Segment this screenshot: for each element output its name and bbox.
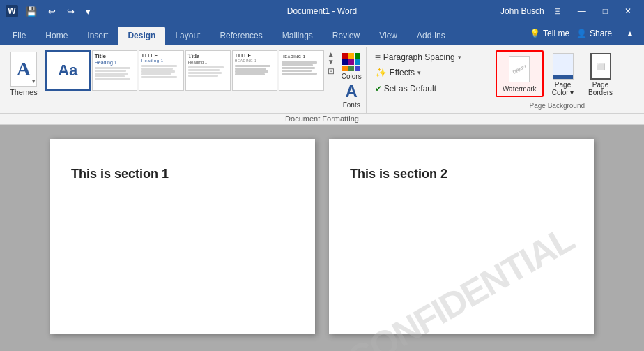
page-2[interactable]: This is section 2 CONFIDENTIAL — [329, 139, 594, 334]
format-thumb-default[interactable]: Aa — [45, 50, 91, 91]
tab-insert[interactable]: Insert — [77, 27, 118, 45]
tab-review[interactable]: Review — [323, 27, 369, 45]
share-button[interactable]: 👤 Share — [569, 26, 619, 41]
format-thumb-4[interactable]: TITLE HEADING 1 — [232, 50, 277, 91]
page-color-button[interactable]: PageColor ▾ — [545, 50, 581, 99]
colors-button[interactable]: Colors — [342, 53, 362, 80]
document-formatting-text: Document Formatting — [285, 114, 359, 123]
themes-section: A ▾ Themes — [3, 47, 45, 113]
document-formatting-section: Aa Title Heading 1 — [45, 47, 337, 113]
tab-design[interactable]: Design — [118, 27, 165, 45]
themes-button[interactable]: A ▾ Themes — [6, 49, 42, 99]
tab-layout[interactable]: Layout — [165, 27, 210, 45]
lightbulb-icon: 💡 — [530, 29, 540, 38]
tab-view[interactable]: View — [369, 27, 407, 45]
maximize-button[interactable]: □ — [596, 0, 615, 22]
watermark-text: DRAFT — [512, 64, 527, 74]
tab-mailings[interactable]: Mailings — [273, 27, 323, 45]
page-background-label: Page Background — [530, 100, 585, 112]
tab-references[interactable]: References — [210, 27, 272, 45]
thumb-heading-3: Heading 1 — [188, 60, 228, 64]
paragraph-spacing-button[interactable]: ≡ Paragraph Spacing ▾ — [372, 50, 464, 64]
thumb-title-5: HEADING 1 — [282, 54, 321, 59]
document-title: Document1 - Word — [287, 6, 357, 16]
thumb-title-4: TITLE — [235, 53, 275, 58]
word-icon: W — [6, 5, 18, 17]
watermark-paper: DRAFT — [509, 56, 530, 82]
section2-text: This is section 2 — [350, 167, 573, 181]
tab-file[interactable]: File — [3, 27, 36, 45]
page-background-section: DRAFT Watermark PageColor ▾ — [470, 47, 644, 113]
tab-home[interactable]: Home — [36, 27, 77, 45]
ribbon-display-button[interactable]: ⊟ — [547, 0, 568, 22]
page-1[interactable]: This is section 1 — [50, 139, 315, 334]
user-name: John Busch — [500, 6, 544, 16]
document-formatting-label: Document Formatting — [0, 113, 644, 124]
colors-label: Colors — [342, 73, 362, 80]
effects-arrow: ▾ — [417, 69, 421, 76]
format-thumb-5[interactable]: HEADING 1 — [279, 50, 324, 91]
paragraph-spacing-arrow: ▾ — [458, 54, 461, 61]
effects-button[interactable]: ✨ Effects ▾ — [372, 66, 464, 80]
page-background-content: DRAFT Watermark PageColor ▾ — [493, 49, 622, 100]
watermark-label: Watermark — [503, 85, 537, 93]
gallery-down-arrow[interactable]: ▼ — [328, 58, 335, 66]
check-icon: ✔ — [375, 84, 382, 94]
ribbon-content: A ▾ Themes Aa Title — [0, 45, 644, 113]
fonts-icon: A — [346, 83, 358, 100]
paragraph-spacing-icon: ≡ — [375, 52, 381, 63]
ribbon: File Home Insert Design Layout Reference… — [0, 22, 644, 125]
tell-me-label: Tell me — [543, 29, 569, 38]
watermark-overlay: CONFIDENTIAL — [340, 218, 580, 351]
tab-addins[interactable]: Add-ins — [407, 27, 455, 45]
page-borders-button[interactable]: ⬜ PageBorders — [583, 50, 619, 99]
set-as-default-label: Set as Default — [384, 84, 436, 94]
watermark-button[interactable]: DRAFT Watermark — [496, 50, 544, 97]
format-thumb-1[interactable]: Title Heading 1 — [92, 50, 137, 91]
thumb-heading-4: HEADING 1 — [235, 59, 275, 63]
title-bar-title: Document1 - Word — [287, 6, 357, 16]
default-aa: Aa — [58, 63, 77, 78]
format-thumb-2[interactable]: TITLE Heading 1 — [139, 50, 184, 91]
redo-button[interactable]: ↪ — [63, 5, 78, 18]
page-borders-inner: ⬜ — [597, 63, 605, 70]
fonts-button[interactable]: A Fonts — [343, 83, 360, 109]
tab-bar: File Home Insert Design Layout Reference… — [0, 22, 644, 45]
tell-me-area[interactable]: 💡 Tell me — [530, 29, 569, 38]
page-borders-icon: ⬜ — [590, 53, 611, 80]
gallery-scroll[interactable]: ▲ ▼ ⊡ — [325, 50, 337, 76]
page-color-bar — [553, 75, 573, 79]
thumb-heading-1: Heading 1 — [95, 60, 135, 65]
paragraph-spacing-label: Paragraph Spacing — [383, 52, 455, 62]
themes-label: Themes — [10, 88, 38, 96]
undo-button[interactable]: ↩ — [45, 5, 59, 18]
minimize-button[interactable]: — — [571, 0, 593, 22]
format-thumb-3[interactable]: Title Heading 1 — [185, 50, 231, 91]
gallery-more-arrow[interactable]: ⊡ — [328, 66, 335, 76]
colors-fonts-section: Colors A Fonts — [337, 47, 367, 113]
page-color-label: PageColor ▾ — [552, 81, 574, 96]
ribbon-arrow-button[interactable]: ▲ — [619, 22, 641, 45]
customize-quick-access-button[interactable]: ▾ — [82, 5, 94, 18]
effects-label: Effects — [390, 68, 415, 77]
format-gallery: Aa Title Heading 1 — [45, 49, 337, 92]
themes-icon: A ▾ — [10, 52, 37, 87]
title-bar: W 💾 ↩ ↪ ▾ Document1 - Word John Busch ⊟ … — [0, 0, 644, 22]
title-bar-right: John Busch ⊟ — □ ✕ — [500, 0, 638, 22]
title-bar-left: W 💾 ↩ ↪ ▾ — [6, 5, 94, 18]
effects-icon: ✨ — [375, 67, 387, 78]
fonts-label: Fonts — [343, 101, 360, 109]
gallery-up-arrow[interactable]: ▲ — [328, 50, 335, 58]
para-effects-section: ≡ Paragraph Spacing ▾ ✨ Effects ▾ ✔ Set … — [367, 47, 470, 113]
app-window: W 💾 ↩ ↪ ▾ Document1 - Word John Busch ⊟ … — [0, 0, 644, 351]
close-button[interactable]: ✕ — [618, 0, 638, 22]
page-color-icon — [553, 53, 574, 80]
page-borders-label: PageBorders — [588, 81, 613, 96]
watermark-icon: DRAFT — [507, 54, 532, 84]
document-area: This is section 1 This is section 2 CONF… — [0, 125, 644, 351]
save-button[interactable]: 💾 — [22, 5, 40, 18]
share-icon: 👤 — [576, 29, 587, 38]
thumb-title-3: Title — [188, 53, 228, 59]
set-as-default-button[interactable]: ✔ Set as Default — [372, 82, 464, 95]
thumb-heading-2: Heading 1 — [141, 59, 181, 63]
